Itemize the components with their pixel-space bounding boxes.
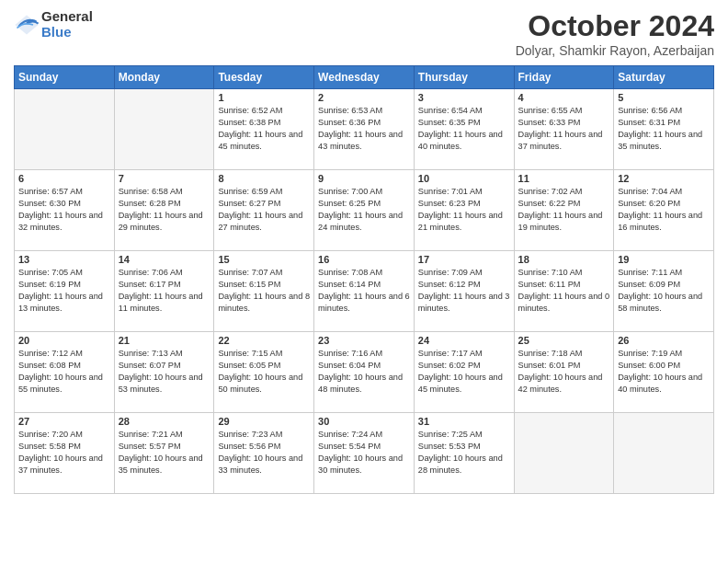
day-number: 22 (218, 335, 310, 346)
logo-icon (14, 12, 40, 38)
day-info: Sunrise: 7:07 AM Sunset: 6:15 PM Dayligh… (218, 267, 310, 315)
week-row-0: 1Sunrise: 6:52 AM Sunset: 6:38 PM Daylig… (15, 89, 714, 170)
calendar-cell: 17Sunrise: 7:09 AM Sunset: 6:12 PM Dayli… (414, 251, 514, 332)
calendar-cell: 26Sunrise: 7:19 AM Sunset: 6:00 PM Dayli… (614, 332, 714, 413)
calendar-cell: 2Sunrise: 6:53 AM Sunset: 6:36 PM Daylig… (314, 89, 415, 170)
day-info: Sunrise: 7:02 AM Sunset: 6:22 PM Dayligh… (518, 186, 610, 234)
week-row-2: 13Sunrise: 7:05 AM Sunset: 6:19 PM Dayli… (15, 251, 714, 332)
day-info: Sunrise: 6:57 AM Sunset: 6:30 PM Dayligh… (18, 186, 110, 234)
day-info: Sunrise: 7:17 AM Sunset: 6:02 PM Dayligh… (418, 348, 510, 396)
day-info: Sunrise: 7:19 AM Sunset: 6:00 PM Dayligh… (618, 348, 710, 396)
calendar-cell: 13Sunrise: 7:05 AM Sunset: 6:19 PM Dayli… (15, 251, 115, 332)
calendar-cell: 5Sunrise: 6:56 AM Sunset: 6:31 PM Daylig… (614, 89, 714, 170)
day-number: 27 (18, 416, 110, 427)
day-number: 20 (18, 335, 110, 346)
day-number: 11 (518, 173, 610, 184)
calendar-cell: 30Sunrise: 7:24 AM Sunset: 5:54 PM Dayli… (314, 413, 415, 494)
day-info: Sunrise: 6:58 AM Sunset: 6:28 PM Dayligh… (119, 186, 210, 234)
day-number: 1 (218, 92, 310, 103)
day-info: Sunrise: 7:06 AM Sunset: 6:17 PM Dayligh… (119, 267, 210, 315)
day-number: 21 (119, 335, 210, 346)
day-info: Sunrise: 7:20 AM Sunset: 5:58 PM Dayligh… (18, 429, 110, 477)
day-info: Sunrise: 7:11 AM Sunset: 6:09 PM Dayligh… (618, 267, 710, 315)
day-number: 29 (218, 416, 310, 427)
day-info: Sunrise: 6:52 AM Sunset: 6:38 PM Dayligh… (218, 105, 310, 153)
day-number: 31 (418, 416, 510, 427)
calendar-cell: 4Sunrise: 6:55 AM Sunset: 6:33 PM Daylig… (514, 89, 614, 170)
day-number: 7 (119, 173, 210, 184)
day-info: Sunrise: 7:10 AM Sunset: 6:11 PM Dayligh… (518, 267, 610, 315)
day-info: Sunrise: 7:21 AM Sunset: 5:57 PM Dayligh… (119, 429, 210, 477)
logo-blue-text: Blue (41, 25, 93, 40)
logo: General Blue (14, 9, 93, 40)
calendar-cell: 27Sunrise: 7:20 AM Sunset: 5:58 PM Dayli… (15, 413, 115, 494)
day-number: 15 (218, 254, 310, 265)
day-number: 2 (318, 92, 410, 103)
day-number: 18 (518, 254, 610, 265)
calendar-cell: 3Sunrise: 6:54 AM Sunset: 6:35 PM Daylig… (414, 89, 514, 170)
day-info: Sunrise: 6:56 AM Sunset: 6:31 PM Dayligh… (618, 105, 710, 153)
day-info: Sunrise: 6:53 AM Sunset: 6:36 PM Dayligh… (318, 105, 410, 153)
calendar-cell: 15Sunrise: 7:07 AM Sunset: 6:15 PM Dayli… (214, 251, 314, 332)
day-info: Sunrise: 6:59 AM Sunset: 6:27 PM Dayligh… (218, 186, 310, 234)
day-number: 13 (18, 254, 110, 265)
calendar-cell (15, 89, 115, 170)
calendar-cell (114, 89, 214, 170)
calendar-cell: 11Sunrise: 7:02 AM Sunset: 6:22 PM Dayli… (514, 170, 614, 251)
calendar-cell: 31Sunrise: 7:25 AM Sunset: 5:53 PM Dayli… (414, 413, 514, 494)
title-area: October 2024 Dolyar, Shamkir Rayon, Azer… (516, 9, 714, 58)
calendar-cell: 23Sunrise: 7:16 AM Sunset: 6:04 PM Dayli… (314, 332, 415, 413)
calendar-cell: 25Sunrise: 7:18 AM Sunset: 6:01 PM Dayli… (514, 332, 614, 413)
calendar-cell (514, 413, 614, 494)
logo-general-text: General (41, 9, 93, 25)
calendar-cell: 10Sunrise: 7:01 AM Sunset: 6:23 PM Dayli… (414, 170, 514, 251)
calendar-cell: 16Sunrise: 7:08 AM Sunset: 6:14 PM Dayli… (314, 251, 415, 332)
calendar-table: SundayMondayTuesdayWednesdayThursdayFrid… (14, 65, 714, 494)
day-number: 19 (618, 254, 710, 265)
day-info: Sunrise: 7:13 AM Sunset: 6:07 PM Dayligh… (119, 348, 210, 396)
header-wednesday: Wednesday (314, 66, 415, 89)
calendar-cell: 7Sunrise: 6:58 AM Sunset: 6:28 PM Daylig… (114, 170, 214, 251)
header-thursday: Thursday (414, 66, 514, 89)
calendar-cell: 9Sunrise: 7:00 AM Sunset: 6:25 PM Daylig… (314, 170, 415, 251)
day-info: Sunrise: 7:18 AM Sunset: 6:01 PM Dayligh… (518, 348, 610, 396)
month-title: October 2024 (516, 9, 714, 43)
day-info: Sunrise: 7:12 AM Sunset: 6:08 PM Dayligh… (18, 348, 110, 396)
day-number: 24 (418, 335, 510, 346)
day-info: Sunrise: 7:16 AM Sunset: 6:04 PM Dayligh… (318, 348, 410, 396)
header-sunday: Sunday (15, 66, 115, 89)
calendar-cell: 14Sunrise: 7:06 AM Sunset: 6:17 PM Dayli… (114, 251, 214, 332)
day-number: 14 (119, 254, 210, 265)
day-info: Sunrise: 7:01 AM Sunset: 6:23 PM Dayligh… (418, 186, 510, 234)
header-friday: Friday (514, 66, 614, 89)
day-number: 12 (618, 173, 710, 184)
day-number: 5 (618, 92, 710, 103)
day-info: Sunrise: 7:08 AM Sunset: 6:14 PM Dayligh… (318, 267, 410, 315)
day-number: 25 (518, 335, 610, 346)
calendar-cell: 8Sunrise: 6:59 AM Sunset: 6:27 PM Daylig… (214, 170, 314, 251)
day-number: 16 (318, 254, 410, 265)
header-tuesday: Tuesday (214, 66, 314, 89)
day-info: Sunrise: 7:24 AM Sunset: 5:54 PM Dayligh… (318, 429, 410, 477)
calendar-cell: 18Sunrise: 7:10 AM Sunset: 6:11 PM Dayli… (514, 251, 614, 332)
calendar-cell: 28Sunrise: 7:21 AM Sunset: 5:57 PM Dayli… (114, 413, 214, 494)
day-number: 9 (318, 173, 410, 184)
week-row-3: 20Sunrise: 7:12 AM Sunset: 6:08 PM Dayli… (15, 332, 714, 413)
calendar-cell: 24Sunrise: 7:17 AM Sunset: 6:02 PM Dayli… (414, 332, 514, 413)
day-number: 17 (418, 254, 510, 265)
day-info: Sunrise: 7:05 AM Sunset: 6:19 PM Dayligh… (18, 267, 110, 315)
day-info: Sunrise: 7:25 AM Sunset: 5:53 PM Dayligh… (418, 429, 510, 477)
day-info: Sunrise: 7:00 AM Sunset: 6:25 PM Dayligh… (318, 186, 410, 234)
day-info: Sunrise: 7:15 AM Sunset: 6:05 PM Dayligh… (218, 348, 310, 396)
header: General Blue October 2024 Dolyar, Shamki… (14, 9, 714, 58)
calendar-cell: 22Sunrise: 7:15 AM Sunset: 6:05 PM Dayli… (214, 332, 314, 413)
day-number: 10 (418, 173, 510, 184)
day-info: Sunrise: 7:23 AM Sunset: 5:56 PM Dayligh… (218, 429, 310, 477)
header-saturday: Saturday (614, 66, 714, 89)
calendar-cell (614, 413, 714, 494)
logo-text: General Blue (41, 9, 93, 40)
calendar-cell: 12Sunrise: 7:04 AM Sunset: 6:20 PM Dayli… (614, 170, 714, 251)
day-number: 3 (418, 92, 510, 103)
day-info: Sunrise: 6:55 AM Sunset: 6:33 PM Dayligh… (518, 105, 610, 153)
calendar-cell: 1Sunrise: 6:52 AM Sunset: 6:38 PM Daylig… (214, 89, 314, 170)
